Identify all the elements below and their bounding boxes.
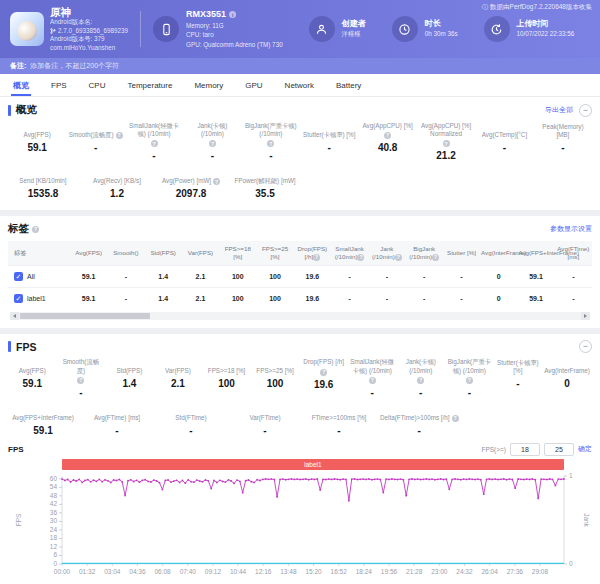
info-icon[interactable]: ? — [77, 377, 84, 384]
scrollbar-thumb[interactable] — [20, 313, 150, 319]
tab-FPS[interactable]: FPS — [40, 74, 78, 96]
column-header: Std(FPS) — [145, 241, 182, 266]
overview-section: 概览 导出全部 − Avg(FPS)59.1Smooth(流畅度)?-Small… — [0, 97, 600, 210]
svg-text:00:00: 00:00 — [54, 568, 71, 575]
device-cpu: CPU: taro — [186, 30, 283, 39]
info-icon[interactable]: ? — [320, 369, 327, 376]
info-icon[interactable]: ? — [313, 254, 320, 261]
stat-item: Jank(卡顿) (/10min)?- — [183, 122, 241, 161]
stat-item: Avg(FPS)59.1 — [8, 122, 66, 161]
scroll-right-button[interactable] — [581, 312, 590, 320]
svg-text:30: 30 — [50, 517, 58, 524]
stat-item: Stutter(卡顿率) [%]- — [494, 358, 543, 397]
info-icon[interactable]: ? — [267, 140, 274, 147]
tab-概览[interactable]: 概览 — [2, 74, 40, 96]
upload-value: 10/07/2022 22:33:56 — [517, 29, 575, 38]
tab-Battery[interactable]: Battery — [325, 74, 372, 96]
row-label-name: All — [27, 273, 35, 280]
chart-title: FPS — [8, 445, 24, 454]
stat-item: Avg(FPS+InterFrame)59.1 — [8, 405, 78, 436]
tab-Temperature[interactable]: Temperature — [116, 74, 183, 96]
stat-value: - — [244, 150, 298, 161]
svg-text:60: 60 — [50, 475, 58, 482]
table-cell: - — [406, 266, 443, 288]
note-bar[interactable]: 备注: 添加备注，不超过200个字符 — [0, 58, 600, 74]
info-icon[interactable]: ? — [443, 140, 450, 147]
info-icon[interactable]: ? — [369, 377, 376, 384]
table-cell: - — [331, 288, 368, 310]
info-icon[interactable]: ? — [32, 226, 39, 233]
svg-text:36: 36 — [50, 509, 58, 516]
stat-item: Avg(AppCPU) [%]?40.8 — [358, 122, 416, 161]
info-icon[interactable]: ? — [209, 140, 216, 147]
scroll-left-button[interactable] — [10, 312, 19, 320]
stat-label: Avg(Recv) [KB/s] — [84, 168, 150, 185]
app-info-block: 原神 Android版本名: 2.7.0_6933856_6989239 And… — [10, 6, 128, 53]
collapse-fps-button[interactable]: − — [579, 340, 592, 353]
phone-icon — [153, 16, 179, 42]
info-icon[interactable]: ? — [357, 254, 364, 261]
svg-text:24: 24 — [50, 526, 58, 533]
label-range-bar[interactable]: label1 — [62, 459, 564, 470]
note-prefix: 备注: — [10, 61, 26, 71]
info-icon[interactable]: ? — [417, 377, 424, 384]
stat-item: FPS>=25 [%]100 — [251, 358, 300, 397]
table-cell: 100 — [219, 266, 256, 288]
labels-section: 标签? 参数显示设置 标签Avg(FPS)Smooth()Std(FPS)Var… — [0, 216, 600, 328]
stat-item: Avg(Power) [mW]?2097.8 — [156, 168, 226, 199]
table-scrollbar[interactable] — [10, 312, 590, 320]
stat-label: Avg(Power) [mW]? — [158, 168, 224, 185]
info-icon[interactable]: ? — [432, 254, 439, 261]
info-icon[interactable]: ? — [116, 132, 123, 139]
creator-value: 洋槿槿 — [342, 29, 366, 38]
svg-text:0: 0 — [53, 560, 57, 567]
stat-value: 59.1 — [10, 142, 64, 153]
export-all-link[interactable]: 导出全部 — [545, 105, 573, 115]
info-icon[interactable]: ? — [452, 415, 459, 422]
stat-value: - — [477, 142, 531, 153]
stat-label: FPower(帧耗能) [mW] — [232, 168, 298, 185]
tab-Memory[interactable]: Memory — [183, 74, 234, 96]
stat-item: Var(FPS)2.1 — [154, 358, 203, 397]
table-cell: - — [406, 288, 443, 310]
table-cell: 0 — [480, 288, 517, 310]
tab-Network[interactable]: Network — [274, 74, 325, 96]
info-icon[interactable]: ? — [213, 178, 220, 185]
stat-label: Var(FPS) — [156, 358, 201, 375]
stat-label: Std(FTime) — [158, 405, 224, 422]
stat-label: Smooth(流畅度)? — [59, 358, 104, 383]
fps-threshold-low-input[interactable] — [510, 443, 540, 456]
tab-GPU[interactable]: GPU — [234, 74, 273, 96]
fps-threshold-high-input[interactable] — [544, 443, 574, 456]
stat-item: Smooth(流畅度)?- — [57, 358, 106, 397]
fps-title: FPS — [16, 341, 36, 353]
info-icon[interactable]: ? — [384, 132, 391, 139]
info-icon[interactable]: ? — [151, 140, 158, 147]
table-cell: 1.4 — [145, 266, 182, 288]
stat-label: Avg(FTime) [ms] — [84, 405, 150, 422]
stat-value: - — [302, 142, 356, 153]
info-icon[interactable]: ? — [466, 377, 473, 384]
stat-label: Avg(FPS) — [10, 122, 64, 139]
svg-text:09:12: 09:12 — [205, 568, 222, 575]
stat-value: - — [306, 425, 372, 436]
svg-text:26:04: 26:04 — [481, 568, 498, 575]
tab-CPU[interactable]: CPU — [78, 74, 117, 96]
stat-item: FPower(帧耗能) [mW]35.5 — [230, 168, 300, 199]
info-icon[interactable]: ? — [395, 254, 402, 261]
stat-label: Std(FPS) — [107, 358, 152, 375]
table-cell: 2.1 — [182, 288, 219, 310]
collapse-overview-button[interactable]: − — [579, 104, 592, 117]
svg-text:23:00: 23:00 — [431, 568, 448, 575]
device-info-icon[interactable]: i — [229, 11, 236, 18]
threshold-confirm-link[interactable]: 确定 — [578, 444, 592, 454]
row-checkbox[interactable]: ✓ — [14, 272, 23, 281]
stat-value: 21.2 — [419, 150, 473, 161]
device-gpu: GPU: Qualcomm Adreno (TM) 730 — [186, 40, 283, 49]
svg-text:18:24: 18:24 — [356, 568, 373, 575]
param-display-settings-link[interactable]: 参数显示设置 — [550, 224, 592, 234]
row-checkbox[interactable]: ✓ — [14, 294, 23, 303]
svg-text:10:44: 10:44 — [230, 568, 247, 575]
row-label-name: label1 — [27, 295, 46, 302]
table-row: ✓All59.1-1.42.110010019.6----059.1- — [8, 266, 592, 288]
